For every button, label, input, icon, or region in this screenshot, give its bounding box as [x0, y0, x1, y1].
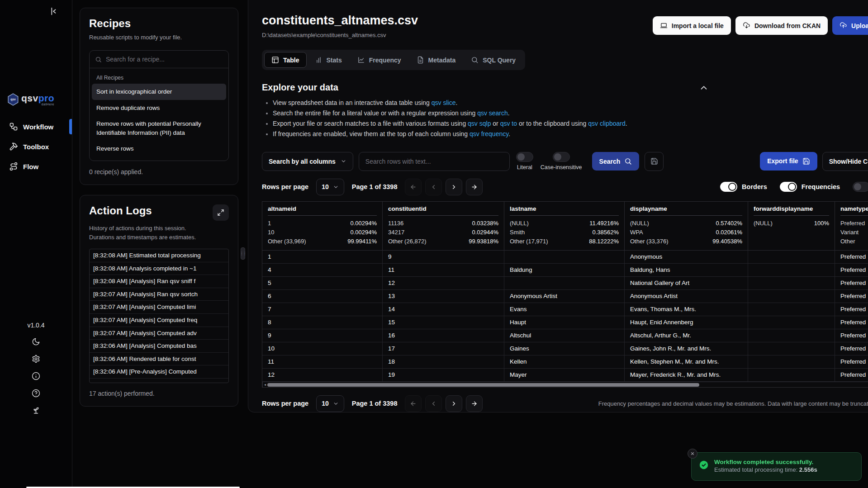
table-cell: 9 — [262, 329, 383, 342]
log-entry: [8:32:06 AM] [Analysis] Computed bas — [90, 340, 228, 353]
export-file-button[interactable]: Export file — [760, 152, 817, 171]
literal-toggle[interactable] — [516, 152, 533, 162]
page-size-selector[interactable]: 10 — [316, 179, 344, 195]
file-path: D:\datasets\example\constituents_altname… — [262, 32, 418, 38]
recipe-search[interactable] — [90, 51, 228, 68]
collapse-sidebar-icon[interactable] — [48, 6, 58, 16]
tab-sql-query[interactable]: SQL Query — [464, 52, 523, 68]
cloud-download-icon — [743, 22, 750, 29]
doc-link[interactable]: qsv slice — [432, 99, 456, 106]
sidebar-item-workflow[interactable]: Workflow — [0, 118, 72, 136]
recipes-panel: Recipes Reusable scripts to modify your … — [80, 8, 238, 185]
doc-link[interactable]: qsv to — [500, 120, 517, 127]
doc-link[interactable]: qsv sqlp — [468, 120, 491, 127]
tab-label: Stats — [327, 57, 342, 64]
info-icon[interactable] — [32, 372, 40, 380]
download-from-ckan-button[interactable]: Download from CKAN — [735, 16, 828, 35]
recipe-item[interactable]: Remove duplicate rows — [92, 100, 226, 116]
tab-label: Frequency — [369, 57, 401, 64]
maximize-icon — [217, 209, 224, 216]
search-rows-input[interactable] — [359, 152, 510, 171]
scrollbar-thumb[interactable] — [267, 383, 699, 387]
table-cell: 11 — [262, 355, 383, 368]
expand-logs-button[interactable] — [213, 204, 229, 221]
log-entry: [8:32:08 AM] [Analysis] Ran qsv sniff f — [90, 275, 228, 288]
previous-page-button-bottom[interactable] — [425, 395, 442, 412]
collapse-section-icon[interactable] — [699, 83, 709, 93]
tab-metadata[interactable]: Metadata — [409, 52, 463, 68]
next-page-button[interactable] — [446, 179, 462, 195]
table-cell — [748, 369, 835, 381]
next-page-button-bottom[interactable] — [446, 395, 462, 412]
recipe-item[interactable]: Remove rows with potential Personally Id… — [92, 116, 226, 141]
table-cell: National Gallery of Art — [625, 277, 748, 289]
frequency-row: WPA0.02061% — [630, 228, 742, 237]
borders-toggle[interactable] — [720, 182, 737, 192]
case-insensitive-toggle[interactable] — [553, 152, 570, 162]
log-entry: [8:32:06 AM] [Pre-Analysis] Computed — [90, 365, 228, 379]
sql-query-icon — [471, 56, 479, 64]
toast-close-button[interactable] — [688, 449, 697, 459]
file-title: constituents_altnames.csv — [262, 14, 418, 28]
close-icon — [690, 451, 695, 456]
recipe-item[interactable]: Reverse rows — [92, 141, 226, 157]
literal-toggle-group: Literal — [516, 152, 533, 171]
previous-page-button[interactable] — [425, 179, 442, 195]
doc-link[interactable]: qsv search — [477, 109, 508, 117]
table-cell: Anonymous Artist — [504, 290, 625, 303]
main-area: constituents_altnames.csv D:\datasets\ex… — [248, 0, 868, 488]
show-hide-columns-button[interactable]: Show/Hide Columns — [822, 152, 868, 171]
page-size-selector-bottom[interactable]: 10 — [316, 395, 344, 412]
wrap-rows-toggle[interactable] — [853, 182, 868, 192]
seedling-icon[interactable] — [32, 406, 40, 415]
table-cell: Preferred — [835, 277, 868, 289]
flow-icon — [9, 162, 18, 171]
dark-mode-moon-icon[interactable] — [32, 337, 40, 346]
frequencies-toggle[interactable] — [780, 182, 797, 192]
search-column-selector[interactable]: Search by all columns — [262, 152, 353, 171]
last-page-button-bottom[interactable] — [466, 395, 483, 412]
table-cell: Haupt — [504, 316, 625, 329]
save-search-button[interactable] — [645, 152, 664, 171]
upload-to-ckan-button[interactable]: Upload to CKAN — [832, 16, 868, 35]
tab-stats[interactable]: Stats — [308, 52, 349, 68]
recipe-search-input[interactable] — [106, 56, 223, 63]
column-header-constituentid[interactable]: constituentid111360.03238%342170.02944%O… — [383, 202, 504, 250]
first-page-button-bottom[interactable] — [405, 395, 422, 412]
tab-frequency[interactable]: Frequency — [350, 52, 408, 68]
export-file-label: Export file — [767, 157, 798, 165]
log-list[interactable]: [8:32:08 AM] Estimated total processing[… — [89, 249, 229, 383]
app-version: v1.0.4 — [27, 322, 44, 329]
table-header-row: altnameid10.00294%100.00294%Other (33,96… — [262, 202, 868, 251]
sidebar-item-flow[interactable]: Flow — [0, 157, 72, 175]
tab-table[interactable]: Table — [264, 52, 307, 68]
scroll-left-arrow-icon[interactable]: ◂ — [263, 383, 267, 387]
table-row: 1118KellenKellen, Stephen M., Mr. and Mr… — [262, 355, 868, 369]
actions-performed-count: 17 action(s) performed. — [89, 390, 229, 397]
table-cell: Altschul — [504, 329, 625, 342]
first-page-button[interactable] — [405, 179, 422, 195]
column-header-altnameid[interactable]: altnameid10.00294%100.00294%Other (33,96… — [262, 202, 383, 250]
horizontal-scrollbar[interactable]: ◂ ▸ — [262, 382, 868, 388]
column-header-nametype[interactable]: nametypePreferredVariantOther — [835, 202, 868, 250]
search-button[interactable]: Search — [592, 152, 640, 171]
column-header-forwarddisplayname[interactable]: forwarddisplayname(NULL)100% — [748, 202, 835, 250]
column-header-displayname[interactable]: displayname(NULL)0.57402%WPA0.02061%Othe… — [625, 202, 748, 250]
recipes-title: Recipes — [89, 17, 229, 30]
sidebar-item-toolbox[interactable]: Toolbox — [0, 137, 72, 156]
table-cell: Haupt, Enid Annenberg — [625, 316, 748, 329]
search-button-label: Search — [599, 158, 621, 165]
table-disclaimer-note: Frequency percentages and decimal values… — [598, 400, 868, 407]
settings-gear-icon[interactable] — [32, 355, 40, 363]
table-cell — [748, 251, 835, 263]
panel-resize-handle[interactable]: ⋮⋮ — [241, 247, 245, 260]
import-local-file-button[interactable]: Import a local file — [653, 16, 731, 35]
recipe-item[interactable]: Sort in lexicographical order — [92, 84, 226, 100]
doc-link[interactable]: qsv frequency — [470, 130, 508, 137]
action-logs-subtitle: History of actions during this session. … — [89, 224, 211, 242]
last-page-button[interactable] — [466, 179, 483, 195]
help-icon[interactable] — [32, 389, 40, 398]
column-header-lastname[interactable]: lastname(NULL)11.49216%Smith0.38562%Othe… — [504, 202, 625, 250]
doc-link[interactable]: qsv clipboard — [588, 120, 626, 127]
nav-item-label: Toolbox — [23, 143, 49, 151]
